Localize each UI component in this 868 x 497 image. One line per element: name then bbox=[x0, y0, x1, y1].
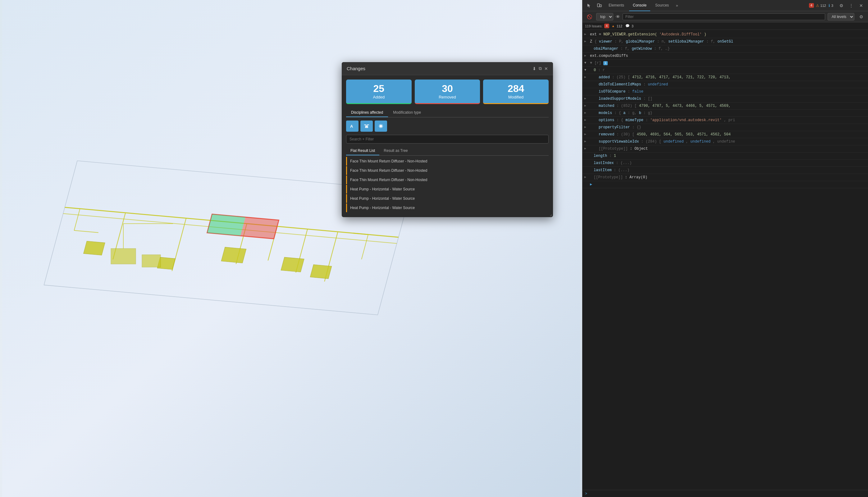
changes-dialog: Changes ⬇ ⧉ ✕ 25 Added 30 Removed 284 Mo bbox=[342, 62, 553, 217]
filter-input[interactable] bbox=[623, 13, 825, 20]
tab-disciplines-affected[interactable]: Disciplines affected bbox=[346, 109, 388, 117]
expand-icon-options: ▶ bbox=[584, 118, 586, 123]
dialog-title: Changes bbox=[347, 66, 365, 71]
expand-icon-5: ▼ bbox=[584, 68, 586, 72]
console-line-2[interactable]: ▶ Z { viewer : P, globalManager : n, set… bbox=[583, 38, 868, 45]
console-line-supportviewable[interactable]: ▶ supportViewableIdx : (284) [ undefined… bbox=[583, 138, 868, 145]
info-icon: ℹ bbox=[828, 3, 830, 8]
console-prompt-line[interactable]: ▶ bbox=[583, 181, 868, 188]
console-line-proto-arr[interactable]: ▶ [[Prototype]] : Array(0) bbox=[583, 174, 868, 181]
issues-info-icon: 💬 bbox=[625, 24, 630, 28]
console-line-propfilter[interactable]: ▶ propertyFilter : {} bbox=[583, 124, 868, 131]
console-line-added[interactable]: ▶ added : (25) [ 4712, 4716, 4717, 4714,… bbox=[583, 74, 868, 81]
console-line-matched[interactable]: ▶ matched : (852) [ 4790, 4787, 5, 4473,… bbox=[583, 102, 868, 110]
dialog-titlebar: Changes ⬇ ⧉ ✕ bbox=[342, 62, 553, 75]
result-item-1[interactable]: Face Thin Mount Return Diffuser - Non-Ho… bbox=[346, 166, 549, 175]
svg-rect-13 bbox=[84, 241, 105, 255]
settings-icon-btn[interactable]: ⚙ bbox=[837, 1, 845, 10]
warn-icon: ⚠ bbox=[816, 3, 819, 8]
filter-icons: A bbox=[346, 120, 549, 132]
result-item-3[interactable]: Heat Pump - Horizontal - Water Source bbox=[346, 185, 549, 194]
added-stat-card[interactable]: 25 Added bbox=[346, 80, 412, 104]
result-item-2[interactable]: Face Thin Mount Return Diffuser - Non-Ho… bbox=[346, 175, 549, 184]
close-dialog-icon[interactable]: ✕ bbox=[544, 66, 548, 71]
console-line-3[interactable]: ▶ ext.computedDiffs bbox=[583, 53, 868, 60]
expand-icon-2: ▶ bbox=[584, 39, 586, 44]
modified-stat-card[interactable]: 284 Modified bbox=[483, 80, 549, 104]
devtools-settings-btn[interactable]: ⚙ bbox=[857, 12, 866, 21]
console-line-isotg[interactable]: isOTGCompare : false bbox=[583, 88, 868, 95]
text-filter-icon: A bbox=[349, 123, 355, 129]
tab-sources[interactable]: Sources bbox=[652, 0, 673, 11]
warn-count: 112 bbox=[821, 4, 826, 8]
tab-modification-type[interactable]: Modification type bbox=[388, 109, 426, 117]
tab-console[interactable]: Console bbox=[629, 0, 650, 11]
console-line-length[interactable]: length : 1 bbox=[583, 153, 868, 160]
expand-icon-removed: ▶ bbox=[584, 132, 586, 137]
clear-console-icon[interactable]: 🚫 bbox=[585, 12, 594, 21]
console-line-loadedsupport[interactable]: ▶ loadedSupportModels : [] bbox=[583, 95, 868, 102]
removed-count: 30 bbox=[418, 83, 477, 94]
console-line-options[interactable]: ▶ options : { mimeType : 'application/vn… bbox=[583, 117, 868, 124]
svg-rect-26 bbox=[142, 255, 161, 267]
context-select[interactable]: top bbox=[596, 13, 613, 20]
tab-result-tree[interactable]: Result as Tree bbox=[379, 147, 412, 155]
devtools-topbar: Elements Console Sources » 4 ⚠ 112 ℹ 3 ⚙… bbox=[583, 0, 868, 11]
expand-icon-3: ▶ bbox=[584, 54, 586, 58]
result-item-4[interactable]: Heat Pump - Horizontal - Water Source bbox=[346, 194, 549, 203]
modified-count: 284 bbox=[486, 83, 545, 94]
levels-select[interactable]: All levels bbox=[828, 13, 854, 20]
console-input-field[interactable] bbox=[589, 492, 866, 496]
console-line-2b[interactable]: obalManager : f, getWindow : f, …} bbox=[583, 45, 868, 53]
dialog-body: 25 Added 30 Removed 284 Modified Discipl… bbox=[342, 75, 553, 217]
removed-stat-card[interactable]: 30 Removed bbox=[415, 80, 480, 104]
error-badge[interactable]: 4 bbox=[809, 3, 814, 8]
console-input-area: > bbox=[583, 490, 868, 497]
console-prompt-arrow: ▶ bbox=[590, 182, 592, 187]
open-external-icon[interactable]: ⧉ bbox=[539, 66, 542, 71]
search-filter-input[interactable] bbox=[346, 135, 549, 143]
svg-rect-12 bbox=[240, 217, 279, 239]
console-line-lastindex[interactable]: lastIndex : (...) bbox=[583, 160, 868, 167]
eye-icon[interactable]: 👁 bbox=[616, 14, 620, 19]
issues-error-badge[interactable]: 4 bbox=[604, 24, 609, 28]
issues-info-count: 3 bbox=[631, 24, 634, 28]
filter-icon-pipe[interactable] bbox=[360, 120, 373, 132]
filter-icon-text[interactable]: A bbox=[346, 120, 358, 132]
close-devtools-btn[interactable]: ✕ bbox=[857, 1, 866, 10]
expand-icon-models: ▶ bbox=[584, 111, 586, 115]
expand-icon-1: ▶ bbox=[584, 32, 586, 37]
removed-label: Removed bbox=[418, 95, 477, 99]
resize-handle[interactable]: ⊿ bbox=[549, 213, 553, 217]
console-line-dbid[interactable]: dbIdToElementIdMaps : undefined bbox=[583, 81, 868, 88]
i-badge: i bbox=[603, 61, 608, 65]
result-item-0[interactable]: Face Thin Mount Return Diffuser - Non-Ho… bbox=[346, 157, 549, 166]
tab-elements[interactable]: Elements bbox=[605, 0, 628, 11]
console-line-lastitem[interactable]: lastItem : (...) bbox=[583, 167, 868, 174]
console-line-5[interactable]: ▼ 0 : r bbox=[583, 67, 868, 74]
modified-label: Modified bbox=[486, 95, 545, 99]
console-line-proto-obj[interactable]: ▶ [[Prototype]] : Object bbox=[583, 145, 868, 153]
console-line-1[interactable]: ▶ ext = NOP_VIEWER.getExtension( 'Autode… bbox=[583, 31, 868, 38]
issues-warn-icon: ▲ bbox=[612, 24, 615, 28]
tab-flat-result[interactable]: Flat Result List bbox=[346, 147, 379, 155]
expand-icon-loaded: ▶ bbox=[584, 96, 586, 101]
devtools-inspect-icon[interactable] bbox=[585, 1, 594, 10]
result-tabs: Flat Result List Result as Tree bbox=[346, 147, 549, 156]
filter-icon-gear[interactable] bbox=[375, 120, 387, 132]
stats-row: 25 Added 30 Removed 284 Modified bbox=[346, 80, 549, 104]
result-item-5[interactable]: Heat Pump - Horizontal - Water Source bbox=[346, 203, 549, 212]
expand-icon-proto-obj: ▶ bbox=[584, 146, 586, 151]
console-line-4[interactable]: ▼ ▼ [r] i bbox=[583, 60, 868, 67]
expand-icon-matched: ▶ bbox=[584, 103, 586, 108]
console-line-models[interactable]: ▶ models : { a : g, b : g} bbox=[583, 110, 868, 117]
expand-icon-added: ▶ bbox=[584, 75, 586, 80]
download-icon[interactable]: ⬇ bbox=[532, 66, 536, 71]
more-tabs-button[interactable]: » bbox=[674, 2, 680, 9]
more-options-icon-btn[interactable]: ⋮ bbox=[847, 1, 856, 10]
devtools-panel: Elements Console Sources » 4 ⚠ 112 ℹ 3 ⚙… bbox=[582, 0, 868, 497]
expand-icon-propfilter: ▶ bbox=[584, 125, 586, 129]
console-line-removed[interactable]: ▶ removed : (30) [ 4560, 4691, 564, 565,… bbox=[583, 131, 868, 138]
svg-rect-15 bbox=[221, 247, 246, 263]
devtools-device-icon[interactable] bbox=[595, 1, 603, 10]
